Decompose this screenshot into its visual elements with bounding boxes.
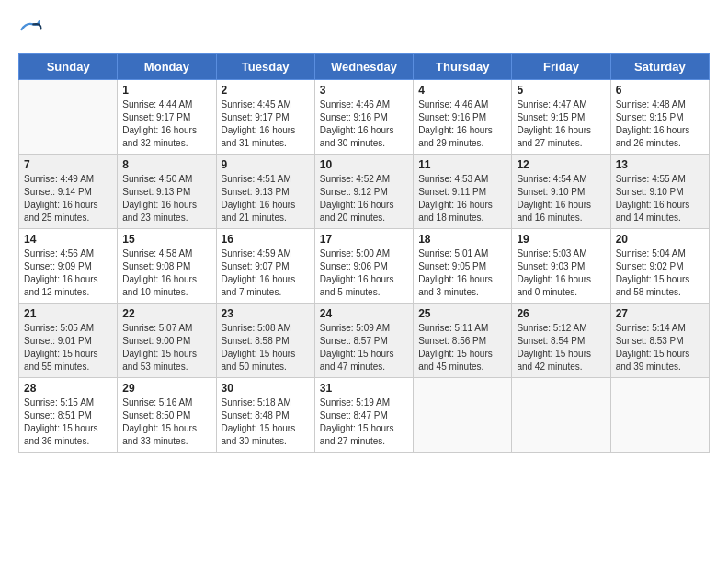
day-number: 3	[320, 84, 408, 97]
calendar-cell: 30Sunrise: 5:18 AMSunset: 8:48 PMDayligh…	[216, 378, 314, 453]
calendar-cell	[610, 378, 709, 453]
logo-icon	[20, 18, 42, 40]
calendar-week-2: 7Sunrise: 4:49 AMSunset: 9:14 PMDaylight…	[19, 155, 710, 229]
weekday-header-tuesday: Tuesday	[216, 54, 314, 80]
calendar-cell	[19, 80, 118, 155]
day-number: 31	[320, 382, 408, 395]
day-info: Sunrise: 4:54 AMSunset: 9:10 PMDaylight:…	[517, 173, 605, 224]
day-info: Sunrise: 5:05 AMSunset: 9:01 PMDaylight:…	[24, 322, 112, 373]
day-number: 24	[320, 307, 408, 320]
day-info: Sunrise: 4:52 AMSunset: 9:12 PMDaylight:…	[320, 173, 408, 224]
calendar-cell: 19Sunrise: 5:03 AMSunset: 9:03 PMDayligh…	[512, 229, 610, 304]
day-info: Sunrise: 5:19 AMSunset: 8:47 PMDaylight:…	[320, 396, 408, 448]
day-number: 5	[517, 84, 605, 97]
calendar-body: 1Sunrise: 4:44 AMSunset: 9:17 PMDaylight…	[19, 80, 710, 453]
day-info: Sunrise: 4:46 AMSunset: 9:16 PMDaylight:…	[418, 98, 506, 150]
calendar-cell	[512, 378, 610, 453]
calendar-cell	[414, 378, 512, 453]
day-number: 12	[517, 158, 605, 171]
day-info: Sunrise: 5:09 AMSunset: 8:57 PMDaylight:…	[320, 322, 408, 373]
day-info: Sunrise: 4:51 AMSunset: 9:13 PMDaylight:…	[222, 173, 310, 224]
day-info: Sunrise: 5:12 AMSunset: 8:54 PMDaylight:…	[517, 322, 605, 373]
day-info: Sunrise: 4:48 AMSunset: 9:15 PMDaylight:…	[616, 98, 704, 150]
day-info: Sunrise: 5:01 AMSunset: 9:05 PMDaylight:…	[418, 247, 506, 299]
weekday-header-monday: Monday	[118, 54, 216, 80]
day-info: Sunrise: 5:14 AMSunset: 8:53 PMDaylight:…	[616, 322, 704, 373]
day-info: Sunrise: 5:08 AMSunset: 8:58 PMDaylight:…	[222, 322, 310, 373]
day-info: Sunrise: 5:04 AMSunset: 9:02 PMDaylight:…	[616, 247, 704, 299]
weekday-header-thursday: Thursday	[414, 54, 512, 80]
calendar-week-5: 28Sunrise: 5:15 AMSunset: 8:51 PMDayligh…	[19, 378, 710, 453]
day-number: 20	[616, 233, 704, 246]
calendar-cell: 26Sunrise: 5:12 AMSunset: 8:54 PMDayligh…	[512, 304, 610, 378]
day-info: Sunrise: 4:50 AMSunset: 9:13 PMDaylight:…	[122, 173, 210, 224]
day-number: 18	[418, 233, 506, 246]
day-info: Sunrise: 5:11 AMSunset: 8:56 PMDaylight:…	[418, 322, 506, 373]
day-number: 9	[222, 158, 310, 171]
weekday-header-saturday: Saturday	[610, 54, 709, 80]
weekday-header-sunday: Sunday	[19, 54, 118, 80]
day-number: 7	[24, 158, 112, 171]
day-number: 4	[418, 84, 506, 97]
calendar-cell: 14Sunrise: 4:56 AMSunset: 9:09 PMDayligh…	[19, 229, 118, 304]
day-number: 22	[122, 307, 210, 320]
day-info: Sunrise: 5:16 AMSunset: 8:50 PMDaylight:…	[122, 396, 210, 448]
calendar-cell: 8Sunrise: 4:50 AMSunset: 9:13 PMDaylight…	[118, 155, 216, 229]
calendar-cell: 3Sunrise: 4:46 AMSunset: 9:16 PMDaylight…	[314, 80, 413, 155]
calendar-cell: 29Sunrise: 5:16 AMSunset: 8:50 PMDayligh…	[118, 378, 216, 453]
day-info: Sunrise: 4:46 AMSunset: 9:16 PMDaylight:…	[320, 98, 408, 150]
day-info: Sunrise: 4:59 AMSunset: 9:07 PMDaylight:…	[222, 247, 310, 299]
day-info: Sunrise: 4:49 AMSunset: 9:14 PMDaylight:…	[24, 173, 112, 224]
day-number: 25	[418, 307, 506, 320]
day-info: Sunrise: 5:07 AMSunset: 9:00 PMDaylight:…	[122, 322, 210, 373]
calendar-cell: 27Sunrise: 5:14 AMSunset: 8:53 PMDayligh…	[610, 304, 709, 378]
calendar-cell: 13Sunrise: 4:55 AMSunset: 9:10 PMDayligh…	[610, 155, 709, 229]
day-number: 19	[517, 233, 605, 246]
calendar-cell: 15Sunrise: 4:58 AMSunset: 9:08 PMDayligh…	[118, 229, 216, 304]
calendar-cell: 12Sunrise: 4:54 AMSunset: 9:10 PMDayligh…	[512, 155, 610, 229]
day-info: Sunrise: 4:55 AMSunset: 9:10 PMDaylight:…	[616, 173, 704, 224]
calendar-cell: 9Sunrise: 4:51 AMSunset: 9:13 PMDaylight…	[216, 155, 314, 229]
day-info: Sunrise: 4:47 AMSunset: 9:15 PMDaylight:…	[517, 98, 605, 150]
calendar-cell: 1Sunrise: 4:44 AMSunset: 9:17 PMDaylight…	[118, 80, 216, 155]
day-number: 8	[122, 158, 210, 171]
day-info: Sunrise: 4:45 AMSunset: 9:17 PMDaylight:…	[222, 98, 310, 150]
day-number: 10	[320, 158, 408, 171]
day-info: Sunrise: 4:56 AMSunset: 9:09 PMDaylight:…	[24, 247, 112, 299]
day-number: 2	[222, 84, 310, 97]
day-number: 15	[122, 233, 210, 246]
day-number: 28	[24, 382, 112, 395]
calendar-cell: 2Sunrise: 4:45 AMSunset: 9:17 PMDaylight…	[216, 80, 314, 155]
calendar-cell: 11Sunrise: 4:53 AMSunset: 9:11 PMDayligh…	[414, 155, 512, 229]
calendar-cell: 28Sunrise: 5:15 AMSunset: 8:51 PMDayligh…	[19, 378, 118, 453]
day-info: Sunrise: 4:58 AMSunset: 9:08 PMDaylight:…	[122, 247, 210, 299]
day-number: 17	[320, 233, 408, 246]
day-number: 27	[616, 307, 704, 320]
day-number: 6	[616, 84, 704, 97]
day-number: 16	[222, 233, 310, 246]
day-number: 21	[24, 307, 112, 320]
day-number: 26	[517, 307, 605, 320]
calendar-cell: 22Sunrise: 5:07 AMSunset: 9:00 PMDayligh…	[118, 304, 216, 378]
calendar-cell: 7Sunrise: 4:49 AMSunset: 9:14 PMDaylight…	[19, 155, 118, 229]
calendar-cell: 31Sunrise: 5:19 AMSunset: 8:47 PMDayligh…	[314, 378, 413, 453]
day-number: 14	[24, 233, 112, 246]
calendar-cell: 20Sunrise: 5:04 AMSunset: 9:02 PMDayligh…	[610, 229, 709, 304]
day-number: 29	[122, 382, 210, 395]
day-number: 13	[616, 158, 704, 171]
calendar-cell: 17Sunrise: 5:00 AMSunset: 9:06 PMDayligh…	[314, 229, 413, 304]
day-number: 11	[418, 158, 506, 171]
day-info: Sunrise: 5:15 AMSunset: 8:51 PMDaylight:…	[24, 396, 112, 448]
calendar-week-1: 1Sunrise: 4:44 AMSunset: 9:17 PMDaylight…	[19, 80, 710, 155]
weekday-header-row: SundayMondayTuesdayWednesdayThursdayFrid…	[19, 54, 710, 80]
calendar-header: SundayMondayTuesdayWednesdayThursdayFrid…	[19, 54, 710, 80]
calendar-cell: 21Sunrise: 5:05 AMSunset: 9:01 PMDayligh…	[19, 304, 118, 378]
calendar-week-4: 21Sunrise: 5:05 AMSunset: 9:01 PMDayligh…	[19, 304, 710, 378]
day-number: 30	[222, 382, 310, 395]
day-info: Sunrise: 5:00 AMSunset: 9:06 PMDaylight:…	[320, 247, 408, 299]
day-number: 23	[222, 307, 310, 320]
calendar-cell: 6Sunrise: 4:48 AMSunset: 9:15 PMDaylight…	[610, 80, 709, 155]
page-header	[18, 18, 710, 44]
weekday-header-friday: Friday	[512, 54, 610, 80]
calendar-table: SundayMondayTuesdayWednesdayThursdayFrid…	[18, 53, 710, 453]
